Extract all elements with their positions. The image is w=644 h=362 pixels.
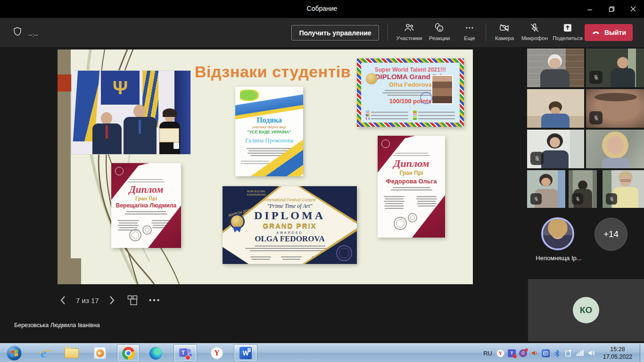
participant-initials-tile[interactable]: КО xyxy=(528,279,644,341)
blue-stamp xyxy=(420,92,432,104)
next-slide-button[interactable] xyxy=(107,293,116,307)
mic-muted-icon xyxy=(606,193,617,205)
take-control-label: Получить управление xyxy=(299,29,371,37)
mic-off-icon xyxy=(529,22,540,34)
participant-video-tile[interactable] xyxy=(527,130,584,168)
slide-grid-view-button[interactable] xyxy=(127,293,139,307)
teams-meeting-window: Собрание --:-- Получить управление Участ… xyxy=(0,0,644,362)
tray-clipboard-icon[interactable] xyxy=(564,349,572,357)
folder-icon xyxy=(65,348,79,358)
edge-button[interactable] xyxy=(145,344,166,362)
participant-avatar[interactable] xyxy=(541,217,574,250)
more-label: Еще xyxy=(464,35,475,41)
slide-page-indicator: 7 из 17 xyxy=(76,296,99,304)
presentation-stage: Відзнаки студентів Ψ xyxy=(0,47,644,343)
overflow-count: +14 xyxy=(603,229,619,239)
award-photo: Ψ xyxy=(72,71,190,154)
leave-button[interactable]: Выйти xyxy=(585,24,633,41)
toolbar-divider xyxy=(486,24,486,41)
file-explorer-button[interactable] xyxy=(61,344,82,362)
diploma-name: Верещагіна Людмила xyxy=(111,202,181,209)
held-certificate xyxy=(159,128,179,142)
language-indicator[interactable]: RU xyxy=(483,350,492,357)
flag-ribbon-decor xyxy=(245,140,303,176)
world-talent-certificate: Super World Talent 2021!!! DIPLOMA Grand… xyxy=(357,58,464,127)
more-slides-button[interactable]: ••• xyxy=(149,296,161,304)
minimize-button[interactable] xyxy=(579,0,601,18)
meeting-timer: --:-- xyxy=(28,31,38,38)
grid-view-icon xyxy=(127,295,139,306)
diploma-name: Федорова Ольга xyxy=(378,178,445,185)
meeting-toolbar: --:-- Получить управление Участники Реак… xyxy=(0,18,644,47)
participant-video-tile[interactable] xyxy=(586,130,644,168)
overflow-participants-button[interactable]: +14 xyxy=(594,218,627,251)
word-button[interactable]: W xyxy=(234,344,257,362)
seal-stamp xyxy=(394,217,407,230)
seal-stamp xyxy=(408,213,417,222)
title-bar: Собрание xyxy=(0,0,644,18)
gratitude-certificate: Подяка учаснику творчої акції "УСЕ БУДЕ … xyxy=(235,87,303,176)
slide-title: Відзнаки студентів xyxy=(195,63,351,81)
participant-video-tile[interactable] xyxy=(527,89,584,128)
windows-start-icon xyxy=(7,346,22,361)
tray-language-tool-icon[interactable] xyxy=(542,349,550,357)
participant-video-tile[interactable] xyxy=(586,49,644,87)
media-player-button[interactable]: ▶ xyxy=(90,344,110,362)
participants-label: Участники xyxy=(396,35,422,41)
restore-button[interactable] xyxy=(601,0,622,18)
purple-stamp xyxy=(336,245,352,261)
participant-video-tile[interactable] xyxy=(527,49,584,87)
diploma-fedorova: Диплом Гран Прі Федорова Ольга xyxy=(378,136,445,238)
yandex-browser-button[interactable]: Y xyxy=(206,344,227,362)
reactions-button[interactable]: Реакции xyxy=(424,22,454,41)
participant-video-tile[interactable] xyxy=(569,170,597,208)
participant-initials: КО xyxy=(580,305,592,315)
toolbar-divider xyxy=(388,24,388,41)
participants-button[interactable]: Участники xyxy=(394,22,424,41)
award-badge xyxy=(231,215,243,228)
yandex-icon: Y xyxy=(211,347,223,359)
take-control-button[interactable]: Получить управление xyxy=(291,25,379,41)
participant-video-tile[interactable] xyxy=(527,170,565,208)
internet-explorer-button[interactable]: e xyxy=(33,344,54,362)
mic-muted-icon xyxy=(530,152,544,165)
chevron-left-icon xyxy=(59,295,67,305)
more-button[interactable]: Еще xyxy=(454,22,485,41)
mic-muted-icon xyxy=(589,111,603,124)
teams-button[interactable]: T xyxy=(173,344,197,362)
system-tray: RU Y T ✆ xyxy=(483,344,595,362)
taskbar-clock[interactable]: 15:28 17.05.2022 xyxy=(597,346,638,361)
share-button[interactable]: Поделиться xyxy=(550,22,586,41)
start-button[interactable] xyxy=(5,344,23,362)
tray-bluetooth-icon[interactable] xyxy=(553,349,561,357)
ukraine-map-decor xyxy=(240,90,259,101)
gratitude-name: Галина Прокопова xyxy=(235,137,303,144)
tray-speaker-icon[interactable] xyxy=(587,349,595,357)
tray-teams-icon[interactable]: T xyxy=(508,349,516,357)
chrome-button[interactable] xyxy=(117,344,140,362)
talent-title: Super World Talent 2021!!! xyxy=(361,66,460,73)
previous-slide-button[interactable] xyxy=(59,293,67,307)
diploma-vereshchahina: Диплом Гран Прі Верещагіна Людмила xyxy=(111,163,181,248)
show-desktop-button[interactable] xyxy=(640,344,644,362)
diploma-prize: Гран Прі xyxy=(378,170,445,176)
participant-video-tile[interactable] xyxy=(586,89,644,128)
camera-button[interactable]: Камера xyxy=(489,22,520,41)
hangup-icon xyxy=(591,28,601,37)
tray-network-signal-icon[interactable] xyxy=(576,349,584,357)
gratitude-action: "УСЕ БУДЕ УКРАЇНА" xyxy=(235,130,303,134)
tray-yandex-icon[interactable]: Y xyxy=(496,349,504,357)
security-shield-icon xyxy=(12,26,23,39)
awarded-label: AWARDED xyxy=(223,231,357,234)
close-button[interactable] xyxy=(622,0,644,18)
microphone-button[interactable]: Микрофон xyxy=(520,22,550,41)
slide-corner-decor xyxy=(58,258,81,284)
coat-of-arms-panel: Ψ xyxy=(101,71,140,105)
tray-volume-orange-icon[interactable] xyxy=(530,349,538,357)
internet-explorer-icon: e xyxy=(41,347,46,360)
tray-viber-icon[interactable]: ✆ xyxy=(519,349,527,357)
gratitude-subtitle: учаснику творчої акції xyxy=(235,125,303,129)
participant-video-tile[interactable] xyxy=(603,170,644,208)
minimize-icon xyxy=(587,6,593,12)
teams-icon: T xyxy=(179,347,192,359)
